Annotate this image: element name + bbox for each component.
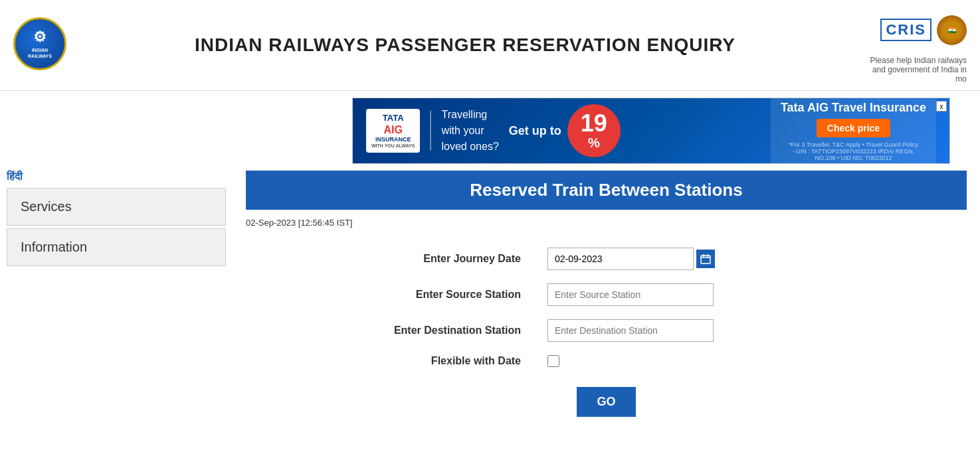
ad-percent-sign: %: [588, 135, 600, 151]
ad-close-button[interactable]: x: [936, 101, 947, 112]
ad-percent-circle: 19 %: [567, 104, 621, 157]
destination-station-label: Enter Destination Station: [246, 313, 534, 348]
timestamp: 02-Sep-2023 [12:56:45 IST]: [246, 218, 967, 228]
source-station-input[interactable]: [547, 283, 714, 306]
header-tagline: Please help Indian railways and governme…: [860, 56, 967, 84]
sidebar-item-information[interactable]: Information: [7, 228, 226, 266]
flexible-date-label: Flexible with Date: [246, 348, 534, 374]
ad-get-section: Get up to 19 %: [509, 104, 621, 157]
ad-text: Travelling with your loved ones?: [441, 107, 498, 155]
go-button-row: GO: [246, 374, 967, 430]
page-heading: Reserved Train Between Stations: [246, 171, 967, 210]
cris-label: CRIS: [880, 19, 931, 41]
ir-logo: ⚙ INDIANRAILWAYS: [13, 17, 70, 74]
cris-logo: CRIS 🇮🇳: [880, 7, 967, 53]
destination-station-input[interactable]: [547, 319, 714, 342]
source-station-row: Enter Source Station: [246, 277, 967, 313]
calendar-svg: [700, 254, 711, 264]
ad-percent-number: 19: [581, 112, 607, 135]
page-title: INDIAN RAILWAYS PASSENGER RESERVATION EN…: [70, 35, 860, 56]
journey-date-row: Enter Journey Date: [246, 241, 967, 277]
flexible-date-checkbox-wrapper: [547, 355, 953, 367]
ad-right-section: Tata AIG Travel Insurance Check price *F…: [771, 98, 936, 164]
svg-rect-0: [701, 256, 710, 264]
content-area: Reserved Train Between Stations 02-Sep-2…: [233, 171, 980, 430]
form-table: Enter Journey Date: [246, 241, 967, 374]
ad-left-section: TATA AIG INSURANCE WITH YOU ALWAYS Trave…: [366, 104, 621, 157]
ad-fine-print: *For 3 Traveller, T&C Apply • Travel Gua…: [787, 141, 920, 161]
main-layout: हिंदी Services Information Reserved Trai…: [0, 171, 980, 430]
journey-date-label: Enter Journey Date: [246, 241, 534, 277]
ad-right-title: Tata AIG Travel Insurance: [781, 101, 926, 115]
ad-get-up-text: Get up to: [509, 124, 561, 138]
check-price-button[interactable]: Check price: [817, 119, 890, 137]
destination-station-input-cell: [534, 313, 967, 348]
flexible-date-checkbox-cell: [534, 348, 967, 374]
flexible-date-row: Flexible with Date: [246, 348, 967, 374]
sidebar-item-services[interactable]: Services: [7, 188, 226, 226]
ir-wheel-icon: ⚙: [28, 28, 52, 47]
ad-divider: [430, 111, 431, 151]
sidebar: हिंदी Services Information: [0, 171, 233, 430]
calendar-icon[interactable]: [696, 250, 715, 268]
hindi-language-link[interactable]: हिंदी: [7, 171, 226, 183]
date-wrapper: [547, 248, 953, 270]
emblem-icon: 🇮🇳: [937, 15, 967, 45]
ad-travel-text: Travelling with your loved ones?: [441, 107, 498, 155]
flexible-date-checkbox[interactable]: [547, 355, 559, 367]
destination-station-row: Enter Destination Station: [246, 313, 967, 348]
source-station-label: Enter Source Station: [246, 277, 534, 313]
journey-date-input[interactable]: [547, 248, 694, 270]
tata-logo: TATA AIG INSURANCE WITH YOU ALWAYS: [366, 109, 420, 153]
source-station-input-cell: [534, 277, 967, 313]
ir-logo-text: INDIANRAILWAYS: [28, 48, 52, 58]
header-right: CRIS 🇮🇳 Please help Indian railways and …: [860, 7, 967, 84]
header: ⚙ INDIANRAILWAYS INDIAN RAILWAYS PASSENG…: [0, 0, 980, 91]
go-button[interactable]: GO: [577, 387, 635, 417]
journey-date-input-cell: [534, 241, 967, 277]
ad-banner: TATA AIG INSURANCE WITH YOU ALWAYS Trave…: [352, 98, 950, 164]
